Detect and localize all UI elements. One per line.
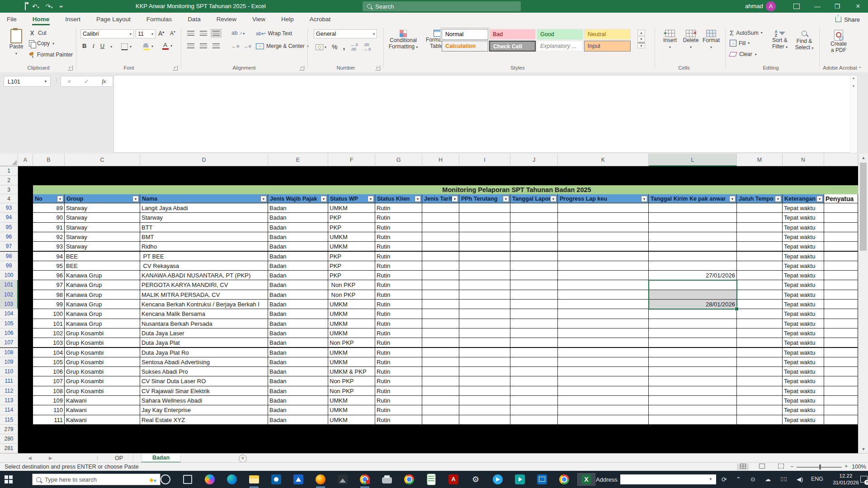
cell-I96[interactable]: [459, 232, 510, 242]
share-button[interactable]: Share: [835, 14, 860, 25]
cell-M93[interactable]: [737, 203, 783, 213]
row-header-98[interactable]: 98: [0, 252, 18, 261]
cell-C96[interactable]: Starway: [65, 232, 140, 242]
cell-D102[interactable]: MALIK MITRA PERSADA, CV: [140, 290, 268, 300]
filter-icon[interactable]: ▼: [775, 196, 781, 202]
cell-O114[interactable]: [824, 405, 858, 415]
cell-L94[interactable]: [649, 213, 737, 222]
cell-E114[interactable]: Badan: [268, 405, 328, 415]
cell-M112[interactable]: [737, 386, 783, 396]
tab-page-layout[interactable]: Page Layout: [95, 13, 132, 26]
cell-a[interactable]: [18, 300, 33, 309]
cell-D97[interactable]: Ridho: [140, 242, 268, 251]
copilot-taskbar-button[interactable]: [201, 474, 218, 485]
cell-N108[interactable]: Tepat waktu: [783, 348, 824, 357]
row-header-281[interactable]: 281: [0, 444, 18, 453]
cell-O96[interactable]: [824, 232, 858, 242]
media-app-taskbar-button[interactable]: [511, 474, 528, 485]
cell-B93[interactable]: 89: [33, 203, 65, 213]
empty-black-row[interactable]: [18, 434, 858, 444]
cell-M96[interactable]: [737, 232, 783, 242]
clear-button[interactable]: Clear▾: [730, 51, 757, 57]
cell-J106[interactable]: [510, 328, 558, 338]
filter-icon[interactable]: ▼: [550, 196, 557, 202]
cell-J100[interactable]: [510, 271, 558, 280]
cell-D96[interactable]: BMT: [140, 232, 268, 242]
cell-K115[interactable]: [558, 415, 649, 425]
column-header-tanggal-lapor[interactable]: Tanggal Lapor▼: [510, 194, 558, 203]
cell-H111[interactable]: [422, 376, 459, 386]
cell-a[interactable]: [18, 223, 33, 232]
cell-B101[interactable]: 97: [33, 280, 65, 290]
page-break-view-icon[interactable]: [775, 464, 787, 470]
alignment-dialog-launcher[interactable]: [299, 66, 304, 70]
cell-E109[interactable]: Badan: [268, 357, 328, 367]
cell-M97[interactable]: [737, 242, 783, 251]
new-sheet-button[interactable]: +: [239, 455, 247, 463]
percent-style-icon[interactable]: %: [332, 43, 337, 51]
row-header-280[interactable]: 280: [0, 434, 18, 444]
cell-B111[interactable]: 107: [33, 376, 65, 386]
cell-D103[interactable]: Kencana Berkah Kontruksi / Berjaya Berka…: [140, 300, 268, 309]
cell-G100[interactable]: Rutin: [375, 271, 422, 280]
cell-O104[interactable]: [824, 309, 858, 319]
cell-G107[interactable]: Rutin: [375, 338, 422, 347]
cell-I103[interactable]: [459, 300, 510, 309]
cell-H94[interactable]: [422, 213, 459, 222]
cell-a[interactable]: [18, 242, 33, 251]
minimize-button[interactable]: —: [807, 0, 827, 13]
row-header-4[interactable]: 4: [0, 194, 18, 203]
firefox-taskbar-button[interactable]: [312, 474, 329, 485]
merge-center-button[interactable]: ↔ Merge & Center▾: [256, 43, 309, 49]
cell-E104[interactable]: Badan: [268, 309, 328, 319]
name-box-splitter[interactable]: ⋮: [54, 78, 60, 84]
close-button[interactable]: ×: [848, 0, 868, 13]
cell-a[interactable]: [18, 290, 33, 300]
row-header-95[interactable]: 95: [0, 223, 18, 232]
cell-D104[interactable]: Kencana Malik Bersama: [140, 309, 268, 319]
save-icon[interactable]: [25, 2, 26, 10]
volume-icon[interactable]: ◀): [797, 476, 803, 483]
filter-icon[interactable]: ▼: [368, 196, 374, 202]
cell-J99[interactable]: [510, 261, 558, 271]
cell-D109[interactable]: Sentosa Abadi Advertising: [140, 357, 268, 367]
cell-B103[interactable]: 99: [33, 300, 65, 309]
cell-H113[interactable]: [422, 396, 459, 405]
cell-B94[interactable]: 90: [33, 213, 65, 222]
cell-H96[interactable]: [422, 232, 459, 242]
format-cells-button[interactable]: Format▾: [701, 30, 722, 50]
cell-I114[interactable]: [459, 405, 510, 415]
cell-O93[interactable]: [824, 203, 858, 213]
cell-J112[interactable]: [510, 386, 558, 396]
edge-taskbar-button[interactable]: [223, 474, 241, 485]
cell-L105[interactable]: [649, 319, 737, 328]
cell-E106[interactable]: Badan: [268, 328, 328, 338]
collapse-ribbon-icon[interactable]: ⌃: [858, 66, 862, 71]
filter-icon[interactable]: ▼: [132, 196, 139, 202]
row-header-2[interactable]: 2: [0, 176, 18, 185]
cell-I111[interactable]: [459, 376, 510, 386]
cell-I113[interactable]: [459, 396, 510, 405]
formula-bar-scrollbar[interactable]: ▴▾: [850, 76, 857, 153]
cell-F108[interactable]: UMKM: [328, 348, 375, 357]
cell-a[interactable]: [18, 367, 33, 376]
cell-E101[interactable]: Badan: [268, 280, 328, 290]
cell-J108[interactable]: [510, 348, 558, 357]
align-bottom-icon[interactable]: [212, 31, 220, 36]
conditional-formatting-button[interactable]: Conditional Formatting ▾: [385, 30, 421, 50]
cell-F97[interactable]: UMKM: [328, 242, 375, 251]
hidden-icons-chevron[interactable]: ⌃: [736, 476, 741, 483]
cell-F106[interactable]: UMKM: [328, 328, 375, 338]
cell-L96[interactable]: [649, 232, 737, 242]
cell-D105[interactable]: Nusantara Berkah Persada: [140, 319, 268, 328]
tab-acrobat[interactable]: Acrobat: [308, 13, 332, 26]
cell-L110[interactable]: [649, 367, 737, 376]
cell-E102[interactable]: Badan: [268, 290, 328, 300]
cell-O103[interactable]: [824, 300, 858, 309]
cell-K111[interactable]: [558, 376, 649, 386]
cell-I102[interactable]: [459, 290, 510, 300]
cell-L104[interactable]: [649, 309, 737, 319]
row-header-99[interactable]: 99: [0, 261, 18, 271]
style-normal[interactable]: Normal: [442, 29, 488, 40]
cell-N105[interactable]: Tepat waktu: [783, 319, 824, 328]
